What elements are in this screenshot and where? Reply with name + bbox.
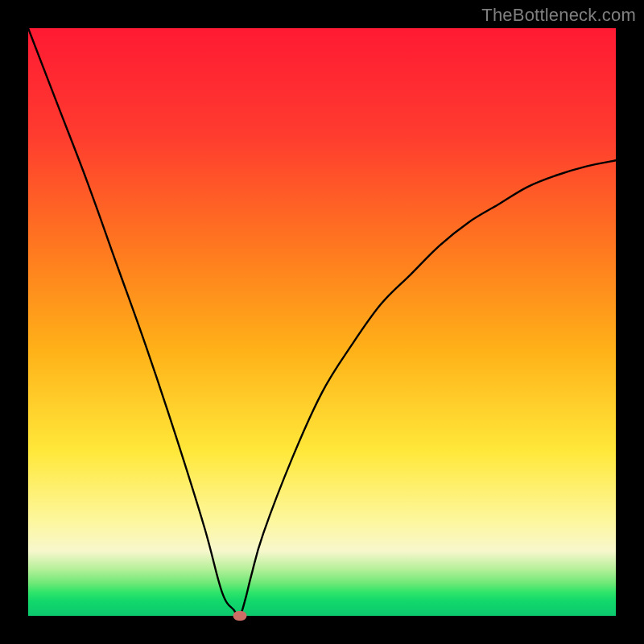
chart-curve-layer <box>28 28 616 616</box>
plot-area <box>28 28 616 616</box>
minimum-marker <box>233 611 246 621</box>
chart-stage: TheBottleneck.com <box>0 0 644 644</box>
curve-path <box>28 28 616 617</box>
watermark-text: TheBottleneck.com <box>481 5 636 26</box>
